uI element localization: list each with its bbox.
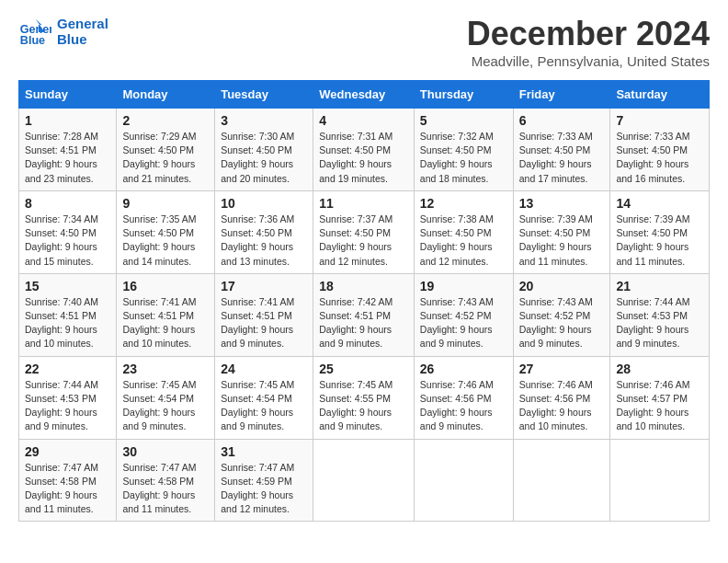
day-number: 14	[616, 196, 703, 211]
day-number: 23	[122, 362, 209, 376]
day-cell: 17Sunrise: 7:41 AMSunset: 4:51 PMDayligh…	[215, 273, 313, 356]
day-cell: 28Sunrise: 7:46 AMSunset: 4:57 PMDayligh…	[610, 356, 710, 439]
day-detail: Sunrise: 7:31 AMSunset: 4:50 PMDaylight:…	[319, 130, 408, 186]
day-cell: 30Sunrise: 7:47 AMSunset: 4:58 PMDayligh…	[117, 439, 215, 522]
day-detail: Sunrise: 7:32 AMSunset: 4:50 PMDaylight:…	[420, 130, 507, 186]
day-cell: 11Sunrise: 7:37 AMSunset: 4:50 PMDayligh…	[313, 190, 415, 273]
day-cell: 9Sunrise: 7:35 AMSunset: 4:50 PMDaylight…	[117, 190, 215, 273]
day-detail: Sunrise: 7:46 AMSunset: 4:56 PMDaylight:…	[420, 378, 507, 434]
day-detail: Sunrise: 7:46 AMSunset: 4:56 PMDaylight:…	[519, 378, 605, 434]
header-saturday: Saturday	[610, 81, 710, 109]
day-detail: Sunrise: 7:38 AMSunset: 4:50 PMDaylight:…	[420, 213, 507, 269]
day-cell: 1Sunrise: 7:28 AMSunset: 4:51 PMDaylight…	[19, 109, 117, 191]
week-row-4: 22Sunrise: 7:44 AMSunset: 4:53 PMDayligh…	[19, 356, 710, 439]
day-detail: Sunrise: 7:40 AMSunset: 4:51 PMDaylight:…	[25, 295, 110, 351]
day-cell: 15Sunrise: 7:40 AMSunset: 4:51 PMDayligh…	[19, 273, 117, 356]
logo-general: General	[57, 16, 108, 31]
location-title: Meadville, Pennsylvania, United States	[467, 53, 710, 69]
day-cell: 19Sunrise: 7:43 AMSunset: 4:52 PMDayligh…	[414, 273, 513, 356]
day-detail: Sunrise: 7:34 AMSunset: 4:50 PMDaylight:…	[25, 213, 110, 269]
day-cell: 25Sunrise: 7:45 AMSunset: 4:55 PMDayligh…	[313, 356, 415, 439]
day-cell: 16Sunrise: 7:41 AMSunset: 4:51 PMDayligh…	[117, 273, 215, 356]
day-cell: 8Sunrise: 7:34 AMSunset: 4:50 PMDaylight…	[19, 190, 117, 273]
day-detail: Sunrise: 7:36 AMSunset: 4:50 PMDaylight:…	[221, 213, 307, 269]
day-number: 31	[221, 444, 307, 459]
day-number: 8	[25, 196, 110, 211]
day-number: 1	[25, 113, 110, 128]
day-number: 5	[420, 113, 507, 128]
day-detail: Sunrise: 7:43 AMSunset: 4:52 PMDaylight:…	[420, 295, 507, 351]
day-detail: Sunrise: 7:35 AMSunset: 4:50 PMDaylight:…	[122, 213, 209, 269]
day-number: 28	[616, 362, 703, 376]
day-cell: 26Sunrise: 7:46 AMSunset: 4:56 PMDayligh…	[414, 356, 513, 439]
calendar-table: SundayMondayTuesdayWednesdayThursdayFrid…	[18, 80, 710, 522]
day-number: 13	[519, 196, 605, 211]
day-detail: Sunrise: 7:43 AMSunset: 4:52 PMDaylight:…	[519, 295, 605, 351]
day-cell	[414, 439, 513, 522]
day-detail: Sunrise: 7:47 AMSunset: 4:59 PMDaylight:…	[221, 461, 307, 517]
day-number: 11	[319, 196, 408, 211]
header-friday: Friday	[513, 81, 610, 109]
day-number: 25	[319, 362, 408, 376]
day-detail: Sunrise: 7:41 AMSunset: 4:51 PMDaylight:…	[122, 295, 209, 351]
svg-text:Blue: Blue	[20, 34, 45, 47]
day-number: 20	[519, 279, 605, 293]
day-cell: 2Sunrise: 7:29 AMSunset: 4:50 PMDaylight…	[117, 109, 215, 191]
day-detail: Sunrise: 7:46 AMSunset: 4:57 PMDaylight:…	[616, 378, 703, 434]
day-number: 26	[420, 362, 507, 376]
day-cell: 7Sunrise: 7:33 AMSunset: 4:50 PMDaylight…	[610, 109, 710, 191]
day-number: 17	[221, 279, 307, 293]
day-cell: 5Sunrise: 7:32 AMSunset: 4:50 PMDaylight…	[414, 109, 513, 191]
day-cell	[610, 439, 710, 522]
day-cell: 21Sunrise: 7:44 AMSunset: 4:53 PMDayligh…	[610, 273, 710, 356]
day-detail: Sunrise: 7:44 AMSunset: 4:53 PMDaylight:…	[25, 378, 110, 434]
day-cell: 31Sunrise: 7:47 AMSunset: 4:59 PMDayligh…	[215, 439, 313, 522]
day-detail: Sunrise: 7:45 AMSunset: 4:54 PMDaylight:…	[221, 378, 307, 434]
day-cell: 22Sunrise: 7:44 AMSunset: 4:53 PMDayligh…	[19, 356, 117, 439]
day-detail: Sunrise: 7:33 AMSunset: 4:50 PMDaylight:…	[616, 130, 703, 186]
day-detail: Sunrise: 7:29 AMSunset: 4:50 PMDaylight:…	[122, 130, 209, 186]
logo: General Blue General Blue	[18, 15, 108, 48]
day-cell: 4Sunrise: 7:31 AMSunset: 4:50 PMDaylight…	[313, 109, 415, 191]
day-cell: 3Sunrise: 7:30 AMSunset: 4:50 PMDaylight…	[215, 109, 313, 191]
day-number: 19	[420, 279, 507, 293]
day-detail: Sunrise: 7:41 AMSunset: 4:51 PMDaylight:…	[221, 295, 307, 351]
day-number: 18	[319, 279, 408, 293]
day-detail: Sunrise: 7:42 AMSunset: 4:51 PMDaylight:…	[319, 295, 408, 351]
header-thursday: Thursday	[414, 81, 513, 109]
day-number: 15	[25, 279, 110, 293]
day-number: 3	[221, 113, 307, 128]
day-number: 12	[420, 196, 507, 211]
header-tuesday: Tuesday	[215, 81, 313, 109]
day-cell: 23Sunrise: 7:45 AMSunset: 4:54 PMDayligh…	[117, 356, 215, 439]
day-cell: 18Sunrise: 7:42 AMSunset: 4:51 PMDayligh…	[313, 273, 415, 356]
header-wednesday: Wednesday	[313, 81, 415, 109]
day-number: 9	[122, 196, 209, 211]
header-sunday: Sunday	[19, 81, 117, 109]
day-detail: Sunrise: 7:47 AMSunset: 4:58 PMDaylight:…	[25, 461, 110, 517]
day-cell: 27Sunrise: 7:46 AMSunset: 4:56 PMDayligh…	[513, 356, 610, 439]
day-cell: 10Sunrise: 7:36 AMSunset: 4:50 PMDayligh…	[215, 190, 313, 273]
day-cell: 14Sunrise: 7:39 AMSunset: 4:50 PMDayligh…	[610, 190, 710, 273]
day-detail: Sunrise: 7:39 AMSunset: 4:50 PMDaylight:…	[519, 213, 605, 269]
day-number: 22	[25, 362, 110, 376]
day-number: 6	[519, 113, 605, 128]
day-number: 27	[519, 362, 605, 376]
day-detail: Sunrise: 7:28 AMSunset: 4:51 PMDaylight:…	[25, 130, 110, 186]
week-row-1: 1Sunrise: 7:28 AMSunset: 4:51 PMDaylight…	[19, 109, 710, 191]
day-detail: Sunrise: 7:44 AMSunset: 4:53 PMDaylight:…	[616, 295, 703, 351]
day-detail: Sunrise: 7:45 AMSunset: 4:55 PMDaylight:…	[319, 378, 408, 434]
day-detail: Sunrise: 7:30 AMSunset: 4:50 PMDaylight:…	[221, 130, 307, 186]
logo-icon: General Blue	[18, 15, 51, 48]
day-detail: Sunrise: 7:33 AMSunset: 4:50 PMDaylight:…	[519, 130, 605, 186]
day-cell: 29Sunrise: 7:47 AMSunset: 4:58 PMDayligh…	[19, 439, 117, 522]
day-number: 10	[221, 196, 307, 211]
day-cell: 12Sunrise: 7:38 AMSunset: 4:50 PMDayligh…	[414, 190, 513, 273]
day-cell: 24Sunrise: 7:45 AMSunset: 4:54 PMDayligh…	[215, 356, 313, 439]
day-number: 16	[122, 279, 209, 293]
day-detail: Sunrise: 7:47 AMSunset: 4:58 PMDaylight:…	[122, 461, 209, 517]
header-monday: Monday	[117, 81, 215, 109]
week-row-5: 29Sunrise: 7:47 AMSunset: 4:58 PMDayligh…	[19, 439, 710, 522]
day-number: 7	[616, 113, 703, 128]
day-number: 30	[122, 444, 209, 459]
